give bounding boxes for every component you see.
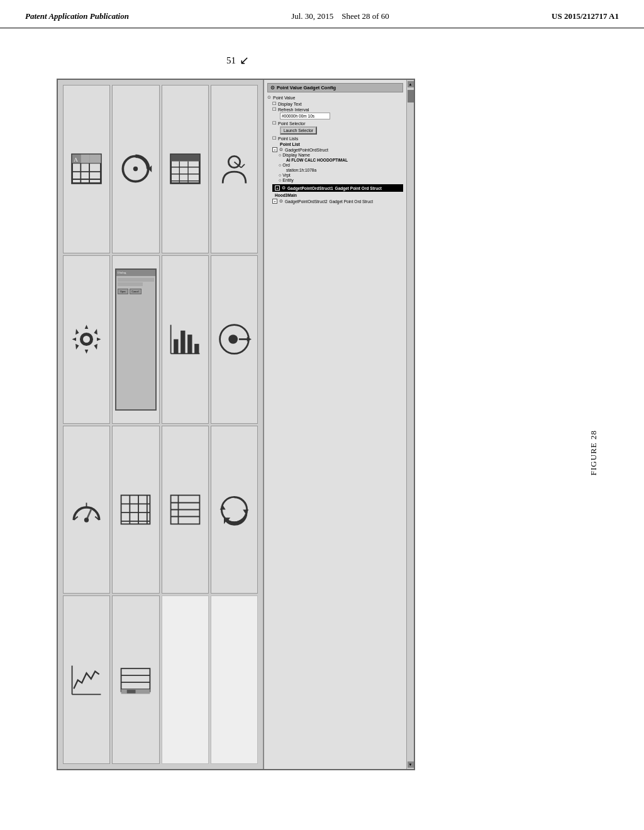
checkbox-point-selector[interactable]: ☐	[272, 121, 276, 126]
list-icon	[168, 492, 203, 527]
page-header: Patent Application Publication Jul. 30, …	[0, 0, 644, 28]
icon-cell-trend[interactable]	[63, 595, 110, 764]
config-title-text: Point Value Gadget Config	[277, 85, 336, 91]
icons-grid: A	[58, 80, 263, 769]
publication-label: Patent Application Publication	[25, 11, 129, 21]
entity-label: Entity	[282, 178, 294, 182]
struct2-label: GadgetPointOrdStruct2	[285, 199, 328, 204]
radio-struct1[interactable]: ⊙	[282, 185, 286, 191]
vrpt-row: ○ Vrpt	[267, 173, 403, 177]
config-display-text-row: ☐ Display Text	[267, 101, 403, 106]
gauge-icon	[69, 492, 104, 527]
svg-point-21	[82, 335, 91, 344]
ord-value: station:1h:1078a	[286, 168, 403, 172]
highlighted-struct1-row: + ⊙ GadgetPointOrdStruct1 Gadget Point O…	[272, 184, 403, 192]
icon-cell-grid[interactable]	[112, 426, 159, 594]
main-content: 51 ↙ 49 ↙	[0, 28, 644, 814]
expand-struct1[interactable]: +	[275, 185, 280, 191]
radio-struct2[interactable]: ⊙	[279, 199, 283, 204]
icon-cell-hscroll[interactable]	[112, 595, 159, 764]
display-name-row: ○ Display Name	[267, 153, 403, 157]
refresh-input-container	[280, 113, 403, 119]
config-point-selector-row: ☐ Point Selector	[267, 121, 403, 126]
icon-cell-person[interactable]	[211, 85, 258, 253]
point-lists-label: Point Lists	[278, 136, 298, 141]
diagram-area: 51 ↙ 49 ↙	[25, 47, 556, 795]
icon-cell-play[interactable]	[211, 255, 258, 424]
table-editor-icon: A	[69, 152, 104, 186]
scrollbar[interactable]: ▲ ▼	[406, 80, 414, 769]
svg-rect-25	[180, 331, 185, 354]
scrollbar-thumb[interactable]	[408, 90, 414, 102]
ord-row: ○ Ord	[267, 163, 403, 167]
gear-settings-icon	[69, 322, 104, 357]
icon-cell-recycle[interactable]	[211, 426, 258, 594]
svg-rect-36	[121, 495, 150, 524]
hscroll-icon	[118, 663, 153, 697]
svg-rect-9	[89, 155, 101, 163]
checkbox-point-lists[interactable]: ☐	[272, 136, 276, 141]
point-list-title: Point List	[280, 142, 403, 147]
grid-layout-icon	[118, 492, 153, 527]
radio-ord[interactable]: ○	[279, 163, 281, 167]
struct2-value: Gadget Point Ord Struct	[330, 199, 373, 204]
display-name-value: AI FLOW CALC HOODOPTIMAL	[286, 158, 403, 162]
struct2-row: + ⊙ GadgetPointOrdStruct2 Gadget Point O…	[267, 199, 403, 204]
icon-cell-data-table[interactable]	[162, 85, 209, 253]
icon-cell-empty1	[162, 595, 209, 764]
icon-cell-gear[interactable]	[63, 255, 110, 424]
svg-point-29	[228, 335, 238, 344]
entity-row: ○ Entity	[267, 178, 403, 182]
icon-cell-table-editor[interactable]: A	[63, 85, 110, 253]
gadget-point-ord-struct-label: GadgetPointOrdStruct	[285, 148, 328, 152]
config-radio-icon: ⊙	[270, 85, 275, 91]
sheet-label: Sheet 28 of 60	[341, 11, 389, 21]
expand-struct2[interactable]: +	[272, 199, 277, 204]
label-51: 51	[226, 55, 236, 66]
svg-rect-8	[80, 155, 89, 163]
refresh-interval-input[interactable]	[280, 113, 330, 119]
struct1-highlight-label: GadgetPointOrdStruct1	[287, 186, 333, 191]
icon-cell-spinner[interactable]	[112, 85, 159, 253]
radio-gadget-point[interactable]: ⊙	[279, 147, 283, 152]
dialog-content: Open Cancel	[116, 276, 155, 409]
checkbox-refresh-interval[interactable]: ☐	[272, 107, 276, 112]
icon-cell-dialog[interactable]: Dialog Open Cancel	[112, 255, 159, 424]
svg-point-11	[133, 167, 138, 171]
svg-rect-56	[127, 690, 136, 694]
display-name-label: Display Name	[282, 153, 310, 157]
config-panel-content: ⊙ Point Value Gadget Config ⊙ Point Valu…	[264, 80, 406, 769]
svg-rect-51	[121, 668, 150, 692]
icon-cell-list[interactable]	[162, 426, 209, 594]
svg-point-35	[84, 517, 89, 522]
radio-entity[interactable]: ○	[279, 178, 281, 182]
config-refresh-interval-row: ☐ Refresh Interval	[267, 107, 403, 112]
launch-selector-container: Launch Selector	[280, 126, 403, 135]
expand-gadget-point[interactable]: +	[272, 147, 277, 152]
label-51-group: 51 ↙	[226, 53, 249, 67]
date-label: Jul. 30, 2015	[291, 11, 333, 21]
scrollbar-up-button[interactable]: ▲	[408, 81, 414, 87]
trend-chart-icon	[69, 663, 104, 697]
radio-point-value[interactable]: ⊙	[267, 95, 271, 100]
arrow-51-icon: ↙	[240, 53, 249, 67]
point-value-label: Point Value	[273, 96, 295, 100]
display-text-label: Display Text	[278, 102, 302, 106]
svg-rect-24	[174, 340, 178, 354]
struct1-highlight-value: Gadget Point Ord Struct	[335, 186, 382, 191]
radio-vrpt[interactable]: ○	[279, 173, 281, 177]
patent-number: US 2015/212717 A1	[552, 11, 619, 21]
figure-label-area: FIGURE 28	[569, 47, 619, 795]
launch-selector-button[interactable]: Launch Selector	[280, 126, 317, 135]
svg-rect-13	[170, 155, 199, 162]
scrollbar-down-button[interactable]: ▼	[408, 761, 414, 768]
radio-display-name[interactable]: ○	[279, 153, 281, 157]
play-button-icon	[217, 322, 252, 357]
checkbox-display-text[interactable]: ☐	[272, 101, 276, 106]
dialog-preview: Dialog Open Cancel	[115, 268, 157, 411]
ord-label: Ord	[282, 163, 290, 167]
icon-cell-barchart[interactable]	[162, 255, 209, 424]
icon-cell-gauge[interactable]	[63, 426, 110, 594]
person-icon	[217, 152, 252, 186]
figure-panel: A	[57, 79, 415, 770]
